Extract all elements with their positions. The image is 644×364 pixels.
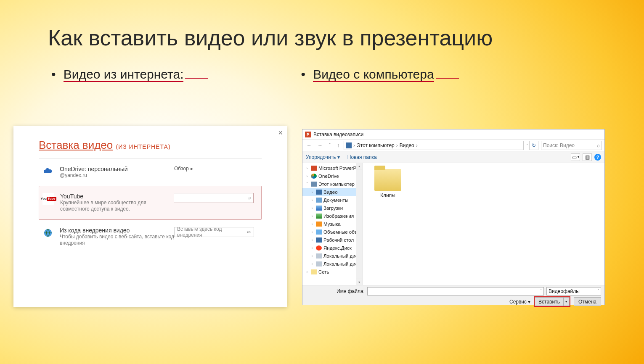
folder-label: Клипы: [371, 193, 405, 198]
expand-icon[interactable]: ›: [310, 198, 314, 202]
ic-net-icon: [311, 269, 317, 274]
expand-icon[interactable]: ›: [310, 262, 314, 266]
tree-item[interactable]: ›Рабочий стол: [302, 236, 362, 244]
expand-icon[interactable]: ›: [310, 230, 314, 234]
dialog-title: Вставка видео (ИЗ ИНТЕРНЕТА): [39, 139, 262, 152]
up-button[interactable]: ↑: [335, 142, 341, 148]
view-mode-button[interactable]: ▭ ▾: [571, 153, 580, 161]
search-input[interactable]: Поиск: Видео ⌕: [541, 141, 602, 150]
expand-icon[interactable]: ›: [310, 214, 314, 218]
insert-button[interactable]: Вставить ▾: [534, 296, 570, 307]
tree-label: Загрузки: [323, 206, 343, 211]
filetype-label: Видеофайлы: [549, 288, 580, 294]
expand-icon[interactable]: ›: [310, 222, 314, 226]
tree-item[interactable]: ›Документы: [302, 196, 362, 204]
close-icon[interactable]: ×: [278, 129, 283, 137]
source-embed[interactable]: Из кода внедрения видео Чтобы добавить в…: [39, 220, 262, 253]
tree-item[interactable]: ›Видео: [302, 188, 362, 196]
embed-title: Из кода внедрения видео: [60, 227, 174, 234]
scroll-up-icon[interactable]: ▴: [356, 163, 362, 169]
ic-od-icon: [311, 174, 317, 179]
dialog-titlebar: P Вставка видеозаписи: [302, 129, 604, 140]
expand-icon[interactable]: ›: [310, 238, 314, 242]
tree-item[interactable]: ˅Этот компьютер: [302, 180, 362, 188]
tree-item[interactable]: ›Изображения: [302, 212, 362, 220]
nav-bar: ← → ˅ ↑ › Этот компьютер › Видео › ˅ ↻ П…: [302, 140, 604, 151]
forward-button[interactable]: →: [316, 142, 324, 148]
browse-link[interactable]: Обзор ▸: [174, 166, 258, 171]
help-icon[interactable]: ?: [594, 154, 601, 161]
search-icon: ⌕: [248, 195, 251, 200]
expand-icon[interactable]: ›: [305, 270, 309, 274]
crumb-this-pc[interactable]: Этот компьютер: [357, 142, 395, 148]
onedrive-title: OneDrive: персональный: [60, 166, 174, 172]
ic-vid-icon: [316, 190, 322, 195]
tree-item[interactable]: ›Локальный дис: [302, 252, 362, 260]
bullet-text: Видео с компьютера: [313, 67, 434, 82]
expand-icon[interactable]: ›: [310, 254, 314, 258]
title-main: Вставка видео: [39, 139, 113, 151]
ic-3d-icon: [316, 229, 322, 235]
tree-label: OneDrive: [318, 174, 339, 179]
preview-pane-button[interactable]: ▥: [583, 153, 592, 161]
ic-hdd-icon: [316, 261, 322, 266]
bullet-text: Видео из интернета:: [64, 67, 184, 82]
tools-dropdown[interactable]: Сервис ▾: [509, 299, 530, 305]
tree-item[interactable]: ›Сеть: [302, 268, 362, 276]
tree-item[interactable]: ›Локальный дис: [302, 260, 362, 268]
organize-button[interactable]: Упорядочить ▾: [306, 154, 340, 160]
tools-label: Сервис: [509, 299, 527, 305]
powerpoint-icon: P: [305, 132, 311, 137]
cancel-button[interactable]: Отмена: [574, 297, 601, 306]
ic-dl-icon: [316, 206, 322, 211]
tree-label: Сеть: [318, 269, 329, 274]
tree-label: Microsoft PowerP: [318, 166, 356, 171]
tree-item[interactable]: ›Яндекс.Диск: [302, 244, 362, 252]
tree-item[interactable]: ›Microsoft PowerP: [302, 164, 362, 172]
back-button[interactable]: ←: [305, 142, 313, 148]
scrollbar[interactable]: ▴▾: [356, 163, 362, 285]
filetype-select[interactable]: Видеофайлы ˅: [546, 287, 601, 295]
insert-label[interactable]: Вставить: [535, 297, 564, 306]
expand-icon[interactable]: ›: [305, 166, 309, 170]
source-youtube[interactable]: YouTube YouTube Крупнейшее в мире сообще…: [39, 186, 262, 220]
globe-icon: [42, 227, 54, 239]
tree-label: Локальный дис: [323, 253, 358, 258]
scroll-down-icon[interactable]: ▾: [356, 279, 362, 285]
browse-label: Обзор: [174, 166, 189, 171]
ic-hdd-icon: [316, 253, 322, 258]
insert-video-dialog: × Вставка видео (ИЗ ИНТЕРНЕТА) OneDrive:…: [13, 126, 287, 307]
embed-placeholder: Вставьте здесь код внедрения: [177, 226, 245, 238]
expand-icon[interactable]: ›: [310, 246, 314, 250]
tree-label: Музыка: [323, 222, 341, 227]
filename-label: Имя файла:: [306, 288, 365, 294]
tree-item[interactable]: ›OneDrive: [302, 172, 362, 180]
tree-item[interactable]: ›Объемные объ: [302, 228, 362, 236]
folder-item[interactable]: Клипы: [371, 169, 405, 198]
source-onedrive[interactable]: OneDrive: персональный @yandex.ru Обзор …: [39, 158, 262, 186]
slide-title: Как вставить видео или звук в презентаци…: [48, 25, 602, 50]
expand-icon[interactable]: ›: [305, 174, 309, 178]
tree-item[interactable]: ›Музыка: [302, 220, 362, 228]
pc-icon: [346, 142, 352, 148]
tree-item[interactable]: ›Загрузки: [302, 204, 362, 212]
youtube-search-input[interactable]: ⌕: [174, 193, 254, 203]
file-list[interactable]: Клипы: [363, 163, 604, 285]
embed-code-input[interactable]: Вставьте здесь код внедрения ➪: [174, 227, 254, 237]
history-dropdown[interactable]: ˅: [327, 142, 333, 148]
filename-input[interactable]: ˅: [367, 287, 544, 295]
path-dropdown-icon[interactable]: ˅: [526, 143, 528, 148]
expand-icon[interactable]: ˅: [305, 182, 309, 186]
chevron-down-icon[interactable]: ˅: [540, 288, 542, 293]
expand-icon[interactable]: ›: [310, 206, 314, 210]
folder-tree: ›Microsoft PowerP›OneDrive˅Этот компьюте…: [302, 163, 363, 285]
expand-icon[interactable]: ›: [310, 190, 314, 194]
crumb-video[interactable]: Видео: [400, 142, 414, 148]
refresh-button[interactable]: ↻: [529, 141, 538, 150]
ic-pc-icon: [311, 182, 317, 187]
insert-dropdown[interactable]: ▾: [564, 297, 570, 306]
bullet-computer-video: Видео с компьютера: [301, 67, 458, 82]
breadcrumb[interactable]: › Этот компьютер › Видео ›: [344, 141, 524, 150]
new-folder-button[interactable]: Новая папка: [347, 154, 377, 160]
chevron-down-icon: ▾: [578, 155, 579, 159]
